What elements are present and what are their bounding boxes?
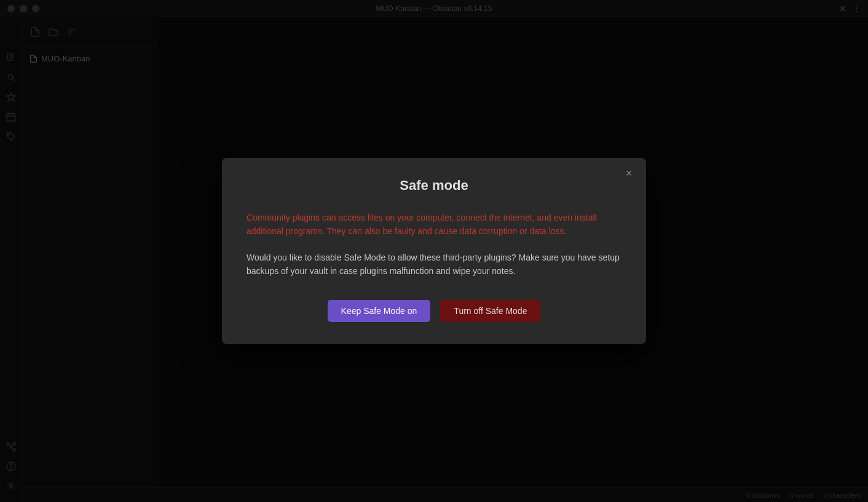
safe-mode-modal: × Safe mode Community plugins can access… [222, 158, 646, 345]
modal-warning-text: Community plugins can access files on yo… [247, 211, 621, 238]
keep-safe-mode-button[interactable]: Keep Safe Mode on [328, 300, 431, 322]
modal-overlay: × Safe mode Community plugins can access… [0, 0, 868, 502]
modal-title: Safe mode [247, 178, 621, 194]
modal-buttons: Keep Safe Mode on Turn off Safe Mode [247, 300, 621, 322]
modal-close-button[interactable]: × [621, 167, 636, 181]
modal-body-text: Would you like to disable Safe Mode to a… [247, 251, 621, 278]
turn-off-safe-mode-button[interactable]: Turn off Safe Mode [440, 300, 540, 322]
